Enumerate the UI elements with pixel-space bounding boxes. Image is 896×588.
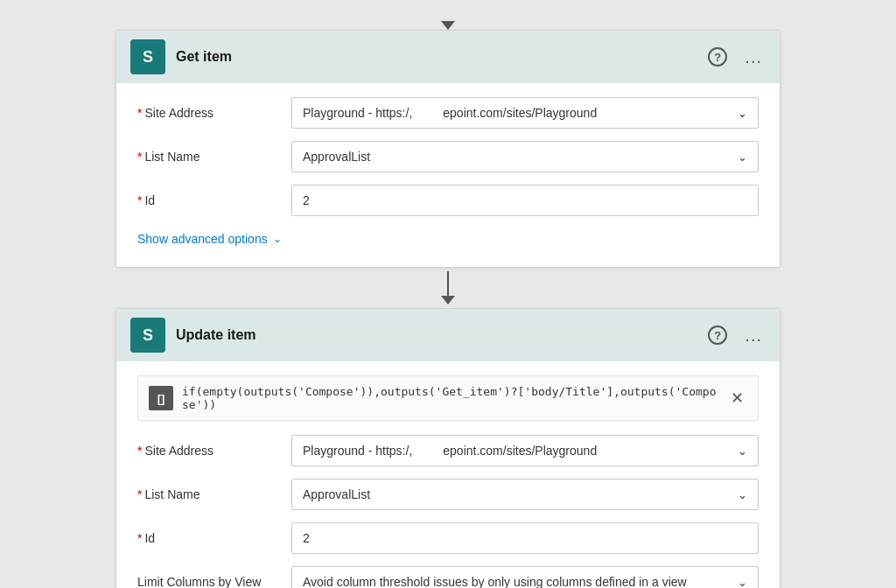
get-item-help-icon: ?	[708, 47, 727, 66]
get-item-id-row: *Id 2	[137, 185, 759, 216]
get-item-card: S Get item ? ... *Site Address	[116, 30, 780, 268]
update-item-limit-columns-row: Limit Columns by View Avoid column thres…	[137, 566, 759, 588]
arrow-head-top	[441, 21, 455, 30]
get-item-list-name-label: *List Name	[137, 150, 277, 164]
update-item-list-name-field[interactable]: ApprovalList ⌄	[291, 479, 759, 510]
get-item-title: Get item	[176, 49, 694, 65]
show-advanced-options[interactable]: Show advanced options ⌄	[137, 228, 759, 249]
get-item-site-address-field[interactable]: Playground - https:/, epoint.com/sites/P…	[291, 97, 759, 129]
update-item-site-address-dropdown-icon: ⌄	[738, 444, 747, 458]
get-item-card-body: *Site Address Playground - https:/, epoi…	[116, 83, 780, 267]
update-item-site-address-field[interactable]: Playground - https:/, epoint.com/sites/P…	[291, 435, 759, 466]
expression-icon: []	[149, 386, 173, 410]
update-item-id-value: 2	[303, 531, 310, 545]
update-item-site-address-row: *Site Address Playground - https:/, epoi…	[137, 435, 759, 466]
show-advanced-label: Show advanced options	[137, 232, 268, 246]
update-item-limit-columns-label: Limit Columns by View	[137, 575, 277, 588]
get-item-id-field[interactable]: 2	[291, 185, 759, 216]
expression-close-button[interactable]: ✕	[727, 387, 747, 410]
top-connector-arrow	[441, 21, 455, 30]
expression-bracket-icon: []	[158, 392, 165, 405]
get-item-more-button[interactable]: ...	[741, 46, 766, 69]
update-item-id-label: *Id	[137, 531, 277, 545]
get-item-site-address-dropdown-icon: ⌄	[738, 107, 747, 120]
update-item-icon-letter: S	[143, 326, 153, 345]
get-item-site-address-row: *Site Address Playground - https:/, epoi…	[137, 97, 759, 129]
flow-container: S Get item ? ... *Site Address	[116, 18, 780, 588]
get-item-list-name-row: *List Name ApprovalList ⌄	[137, 141, 759, 172]
update-item-site-address-label: *Site Address	[137, 444, 277, 458]
get-item-site-address-value: Playground - https:/, epoint.com/sites/P…	[303, 106, 597, 120]
expression-row: [] if(empty(outputs('Compose')),outputs(…	[137, 375, 759, 421]
update-item-site-address-value: Playground - https:/, epoint.com/sites/P…	[303, 444, 597, 458]
get-item-site-address-label: *Site Address	[137, 106, 277, 120]
expression-text: if(empty(outputs('Compose')),outputs('Ge…	[182, 385, 718, 411]
update-item-card-header: S Update item ? ...	[116, 309, 780, 361]
update-item-help-button[interactable]: ?	[704, 324, 731, 346]
get-item-help-button[interactable]: ?	[704, 46, 731, 68]
update-item-more-icon: ...	[745, 326, 762, 346]
arrow-head-middle	[441, 296, 455, 304]
show-advanced-chevron-icon: ⌄	[273, 233, 282, 245]
get-item-icon-letter: S	[143, 48, 153, 66]
middle-connector-arrow	[441, 271, 455, 304]
get-item-more-icon: ...	[745, 47, 762, 67]
update-item-more-button[interactable]: ...	[741, 324, 766, 347]
arrow-line-middle	[447, 271, 449, 296]
update-item-list-name-row: *List Name ApprovalList ⌄	[137, 479, 759, 510]
update-item-card-body: [] if(empty(outputs('Compose')),outputs(…	[116, 361, 780, 588]
get-item-id-label: *Id	[137, 193, 277, 207]
update-item-list-name-dropdown-icon: ⌄	[738, 488, 747, 501]
get-item-header-actions: ? ...	[704, 46, 766, 69]
update-item-header-actions: ? ...	[704, 324, 766, 347]
update-item-id-row: *Id 2	[137, 522, 759, 554]
update-item-list-name-label: *List Name	[137, 487, 277, 501]
get-item-icon: S	[130, 39, 165, 74]
get-item-list-name-value: ApprovalList	[303, 150, 370, 164]
update-item-limit-columns-dropdown-icon: ⌄	[738, 576, 747, 589]
update-item-title: Update item	[176, 327, 694, 343]
update-item-help-icon: ?	[708, 326, 727, 345]
get-item-card-header: S Get item ? ...	[116, 31, 780, 83]
get-item-id-value: 2	[303, 193, 310, 207]
update-item-list-name-value: ApprovalList	[303, 487, 370, 501]
update-item-limit-columns-field[interactable]: Avoid column threshold issues by only us…	[291, 566, 759, 588]
update-item-id-field[interactable]: 2	[291, 522, 759, 554]
update-item-card: S Update item ? ... [] if(empty(	[116, 308, 780, 588]
get-item-list-name-dropdown-icon: ⌄	[738, 150, 747, 164]
update-item-icon: S	[130, 318, 165, 353]
get-item-list-name-field[interactable]: ApprovalList ⌄	[291, 141, 759, 172]
update-item-limit-columns-value: Avoid column threshold issues by only us…	[303, 575, 687, 588]
